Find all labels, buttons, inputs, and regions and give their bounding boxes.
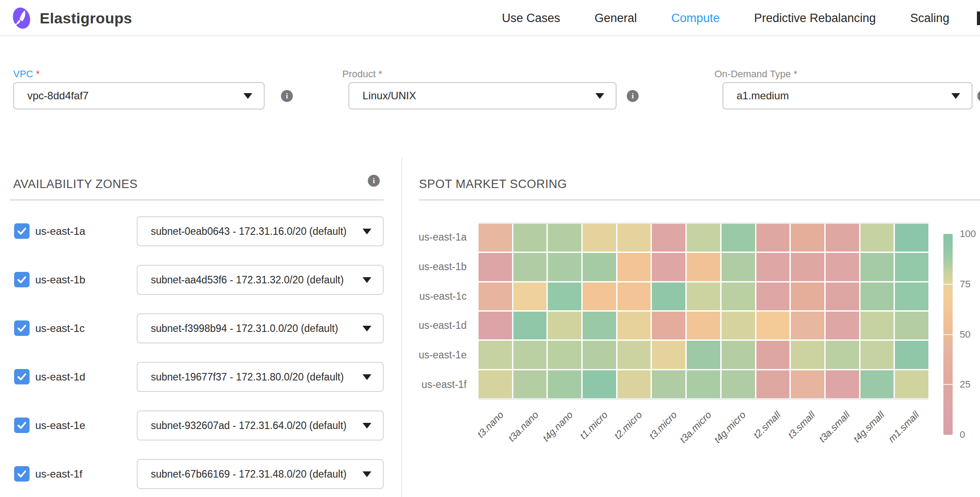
heatmap-cell[interactable] <box>791 224 824 252</box>
nav-item-compute[interactable]: Compute <box>671 11 720 25</box>
heatmap-cell[interactable] <box>722 370 755 398</box>
heatmap-cell[interactable] <box>756 370 790 398</box>
heatmap-cell[interactable] <box>860 282 894 310</box>
heatmap-cell[interactable] <box>479 312 512 339</box>
heatmap-cell[interactable] <box>860 312 894 339</box>
heatmap-cell[interactable] <box>652 341 685 369</box>
subnet-select[interactable]: subnet-aa4d53f6 - 172.31.32.0/20 (defaul… <box>137 265 384 295</box>
heatmap-cell[interactable] <box>548 370 581 398</box>
heatmap-cell[interactable] <box>756 253 790 281</box>
heatmap-cell[interactable] <box>617 341 651 369</box>
heatmap-cell[interactable] <box>652 253 685 281</box>
heatmap-cell[interactable] <box>583 312 616 339</box>
product-info-icon[interactable]: i <box>627 90 639 102</box>
heatmap-cell[interactable] <box>617 253 651 281</box>
on-demand-type-select[interactable]: a1.medium <box>722 82 973 109</box>
zone-checkbox[interactable] <box>14 320 30 336</box>
heatmap-cell[interactable] <box>895 341 928 369</box>
heatmap-cell[interactable] <box>791 282 824 310</box>
heatmap-cell[interactable] <box>756 341 790 369</box>
heatmap-cell[interactable] <box>652 224 685 252</box>
heatmap-cell[interactable] <box>722 282 755 310</box>
heatmap-cell[interactable] <box>826 282 859 310</box>
subnet-select[interactable]: subnet-0eab0643 - 172.31.16.0/20 (defaul… <box>137 216 384 246</box>
zone-checkbox[interactable] <box>14 466 30 482</box>
heatmap-cell[interactable] <box>756 312 790 339</box>
heatmap-cell[interactable] <box>860 224 894 252</box>
heatmap-cell[interactable] <box>617 224 651 252</box>
nav-item-general[interactable]: General <box>595 11 637 25</box>
heatmap-cell[interactable] <box>583 224 616 252</box>
nav-item-predictive-rebalancing[interactable]: Predictive Rebalancing <box>754 11 876 25</box>
heatmap-cell[interactable] <box>895 224 928 252</box>
subnet-select[interactable]: subnet-67b66169 - 172.31.48.0/20 (defaul… <box>137 459 384 489</box>
heatmap-cell[interactable] <box>513 370 547 398</box>
heatmap-cell[interactable] <box>791 312 824 339</box>
heatmap-cell[interactable] <box>548 282 581 310</box>
heatmap-cell[interactable] <box>687 312 720 339</box>
heatmap-cell[interactable] <box>548 253 581 281</box>
heatmap-cell[interactable] <box>617 370 651 398</box>
zone-checkbox[interactable] <box>14 369 30 384</box>
vpc-select[interactable]: vpc-8dd4faf7 <box>13 82 265 109</box>
heatmap-cell[interactable] <box>722 312 755 339</box>
heatmap-cell[interactable] <box>860 341 894 369</box>
subnet-select[interactable]: subnet-932607ad - 172.31.64.0/20 (defaul… <box>137 410 384 441</box>
heatmap-cell[interactable] <box>860 253 894 281</box>
heatmap-cell[interactable] <box>479 224 512 252</box>
heatmap-cell[interactable] <box>895 253 928 281</box>
zone-checkbox[interactable] <box>14 223 30 239</box>
heatmap-cell[interactable] <box>687 224 720 252</box>
availability-zones-info-icon[interactable]: i <box>368 175 380 187</box>
heatmap-cell[interactable] <box>722 224 755 252</box>
heatmap-cell[interactable] <box>617 282 651 310</box>
heatmap-cell[interactable] <box>479 370 512 398</box>
nav-item-scaling[interactable]: Scaling <box>910 11 950 25</box>
heatmap-cell[interactable] <box>791 253 824 281</box>
heatmap-cell[interactable] <box>513 312 547 339</box>
subnet-select[interactable]: subnet-f3998b94 - 172.31.0.0/20 (default… <box>137 313 384 343</box>
heatmap-cell[interactable] <box>722 253 755 281</box>
heatmap-cell[interactable] <box>791 370 824 398</box>
heatmap-cell[interactable] <box>652 312 685 339</box>
heatmap-cell[interactable] <box>756 282 790 310</box>
heatmap-cell[interactable] <box>479 253 512 281</box>
on-demand-info-icon[interactable]: i <box>977 90 980 102</box>
heatmap-cell[interactable] <box>479 282 512 310</box>
vpc-info-icon[interactable]: i <box>281 90 293 102</box>
heatmap-cell[interactable] <box>652 282 685 310</box>
heatmap-cell[interactable] <box>513 253 547 281</box>
heatmap-cell[interactable] <box>513 341 547 369</box>
heatmap-cell[interactable] <box>548 341 581 369</box>
heatmap-cell[interactable] <box>479 341 512 369</box>
heatmap-cell[interactable] <box>860 370 894 398</box>
zone-checkbox[interactable] <box>14 272 30 287</box>
zone-checkbox[interactable] <box>14 418 30 433</box>
nav-item-truncated[interactable] <box>977 11 980 25</box>
heatmap-cell[interactable] <box>895 370 928 398</box>
heatmap-cell[interactable] <box>826 224 859 252</box>
heatmap-cell[interactable] <box>791 341 824 369</box>
heatmap-cell[interactable] <box>583 370 616 398</box>
heatmap-cell[interactable] <box>583 253 616 281</box>
heatmap-cell[interactable] <box>583 282 616 310</box>
subnet-select[interactable]: subnet-19677f37 - 172.31.80.0/20 (defaul… <box>137 362 384 392</box>
product-select[interactable]: Linux/UNIX <box>348 82 617 109</box>
heatmap-cell[interactable] <box>548 312 581 339</box>
heatmap-cell[interactable] <box>895 312 928 339</box>
heatmap-cell[interactable] <box>513 224 547 252</box>
nav-item-use-cases[interactable]: Use Cases <box>502 11 560 25</box>
heatmap-cell[interactable] <box>826 253 859 281</box>
heatmap-cell[interactable] <box>652 370 685 398</box>
heatmap-cell[interactable] <box>513 282 547 310</box>
heatmap-cell[interactable] <box>687 341 720 369</box>
heatmap-cell[interactable] <box>583 341 616 369</box>
heatmap-cell[interactable] <box>617 312 651 339</box>
heatmap-cell[interactable] <box>687 282 720 310</box>
heatmap-cell[interactable] <box>826 370 859 398</box>
heatmap-cell[interactable] <box>756 224 790 252</box>
heatmap-cell[interactable] <box>687 370 720 398</box>
heatmap-cell[interactable] <box>826 312 859 339</box>
heatmap-cell[interactable] <box>722 341 755 369</box>
heatmap-cell[interactable] <box>895 282 928 310</box>
